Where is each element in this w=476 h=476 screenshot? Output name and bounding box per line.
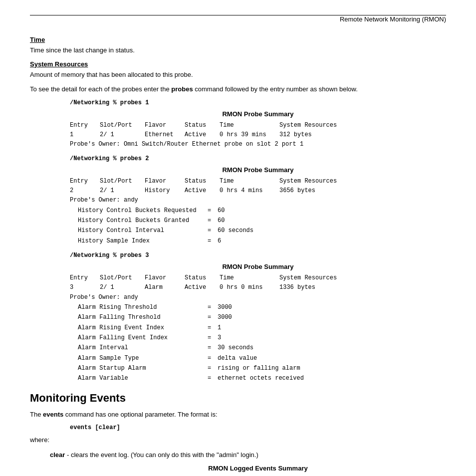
- sysres-heading: System Resources: [30, 60, 446, 68]
- probe2-status: Active: [185, 186, 220, 196]
- probe2-detail-row: History Control Buckets Requested=60: [78, 206, 446, 216]
- probe1-data-row: 1 2/ 1 Ethernet Active 0 hrs 39 mins 312…: [70, 130, 446, 140]
- probe3-detail-row: Alarm Rising Event Index=1: [78, 323, 446, 333]
- probe2-owner: Probe's Owner: andy: [70, 196, 138, 205]
- probe2-sysres: 3656 bytes: [279, 186, 315, 196]
- probe1-status: Active: [185, 130, 220, 140]
- probe1-sysres: 312 bytes: [279, 130, 312, 140]
- probe3-col-entry-hdr: Entry: [70, 273, 100, 283]
- probe2-command: /Networking % probes 2: [70, 155, 446, 162]
- probe1-col-flavor-hdr: Flavor: [145, 121, 185, 130]
- probe2-owner-row: Probe's Owner: andy: [70, 196, 446, 205]
- probe2-detail-row: History Sample Index=6: [78, 236, 446, 246]
- probe3-slotport: 2/ 1: [100, 283, 145, 292]
- probe2-col-status-hdr: Status: [185, 177, 220, 186]
- probe2-mono-table: Entry Slot/Port Flavor Status Time Syste…: [70, 177, 446, 246]
- probe2-header-row: Entry Slot/Port Flavor Status Time Syste…: [70, 177, 446, 186]
- probe2-col-time-hdr: Time: [220, 177, 279, 186]
- probe3-sysres: 1336 bytes: [279, 283, 315, 292]
- probe2-col-entry-hdr: Entry: [70, 177, 100, 186]
- probe1-flavor: Ethernet: [145, 130, 185, 140]
- monitoring-events-heading: Monitoring Events: [30, 392, 446, 405]
- probe1-table-title: RMON Probe Summary: [70, 110, 446, 118]
- probe3-status: Active: [185, 283, 220, 292]
- probe-intro-text: To see the detail for each of the probes…: [30, 84, 446, 94]
- probe1-mono-table: Entry Slot/Port Flavor Status Time Syste…: [70, 121, 446, 150]
- events-intro-text: The events command has one optional para…: [30, 410, 446, 420]
- probe3-col-sysres-hdr: System Resources: [279, 273, 337, 283]
- events-table: RMON Logged Events Summary Entry Time De…: [70, 465, 446, 476]
- probe3-detail-row: Alarm Sample Type=delta value: [78, 353, 446, 363]
- probe2-data-row: 2 2/ 1 History Active 0 hrs 4 mins 3656 …: [70, 186, 446, 196]
- probe3-col-time-hdr: Time: [220, 273, 279, 283]
- probe1-owner: Probe's Owner: Omni Switch/Router Ethern…: [70, 140, 303, 149]
- probe1-owner-row: Probe's Owner: Omni Switch/Router Ethern…: [70, 140, 446, 149]
- probe3-detail-row: Alarm Startup Alarm=rising or falling al…: [78, 363, 446, 373]
- clear-definition: clear - clears the event log. (You can o…: [50, 450, 446, 460]
- probe2-detail-row: History Control Buckets Granted=60: [78, 216, 446, 226]
- where-label: where:: [30, 435, 446, 445]
- probe2-slotport: 2/ 1: [100, 186, 145, 196]
- probe2-table: RMON Probe Summary Entry Slot/Port Flavo…: [70, 166, 446, 246]
- time-heading: Time: [30, 36, 446, 43]
- probe1-table: RMON Probe Summary Entry Slot/Port Flavo…: [70, 110, 446, 150]
- probe3-data-row: 3 2/ 1 Alarm Active 0 hrs 0 mins 1336 by…: [70, 283, 446, 292]
- probe3-flavor: Alarm: [145, 283, 185, 292]
- time-section: Time Time since the last change in statu…: [30, 36, 446, 55]
- probe3-mono-table: Entry Slot/Port Flavor Status Time Syste…: [70, 273, 446, 384]
- probe1-col-slotport-hdr: Slot/Port: [100, 121, 145, 130]
- probe1-time: 0 hrs 39 mins: [220, 130, 279, 140]
- header-title: Remote Network Monitoring (RMON): [340, 15, 446, 23]
- probe3-detail-row: Alarm Variable=ethernet octets received: [78, 373, 446, 383]
- probe2-detail-row: History Control Interval=60 seconds: [78, 226, 446, 236]
- probe3-detail-row: Alarm Falling Threshold=3000: [78, 312, 446, 322]
- probe3-detail-row: Alarm Falling Event Index=3: [78, 333, 446, 343]
- probe3-table-title: RMON Probe Summary: [70, 263, 446, 270]
- probe2-table-title: RMON Probe Summary: [70, 166, 446, 174]
- probe3-col-slotport-hdr: Slot/Port: [100, 273, 145, 283]
- probe2-entry: 2: [70, 186, 100, 196]
- probe3-col-status-hdr: Status: [185, 273, 220, 283]
- probe2-details: History Control Buckets Requested=60Hist…: [78, 206, 446, 246]
- probe3-detail-row: Alarm Rising Threshold=3000: [78, 302, 446, 312]
- probe1-col-entry-hdr: Entry: [70, 121, 100, 130]
- probe3-entry: 3: [70, 283, 100, 292]
- probe3-time: 0 hrs 0 mins: [220, 283, 279, 292]
- probe3-details: Alarm Rising Threshold=3000Alarm Falling…: [78, 302, 446, 384]
- time-desc: Time since the last change in status.: [30, 45, 446, 55]
- probe1-col-sysres-hdr: System Resources: [279, 121, 337, 130]
- probe1-col-time-hdr: Time: [220, 121, 279, 130]
- probe1-header-row: Entry Slot/Port Flavor Status Time Syste…: [70, 121, 446, 130]
- sysres-section: System Resources Amount of memory that h…: [30, 60, 446, 80]
- probe1-command: /Networking % probes 1: [70, 99, 446, 106]
- probe3-detail-row: Alarm Interval=30 seconds: [78, 343, 446, 353]
- events-command: events [clear]: [70, 424, 446, 431]
- events-table-title: RMON Logged Events Summary: [70, 465, 446, 472]
- sysres-desc: Amount of memory that has been allocated…: [30, 70, 446, 80]
- page-header: Remote Network Monitoring (RMON): [30, 15, 446, 28]
- probe1-entry: 1: [70, 130, 100, 140]
- probe2-col-flavor-hdr: Flavor: [145, 177, 185, 186]
- probe2-flavor: History: [145, 186, 185, 196]
- probe2-col-sysres-hdr: System Resources: [279, 177, 337, 186]
- probe3-table: RMON Probe Summary Entry Slot/Port Flavo…: [70, 263, 446, 384]
- probe3-header-row: Entry Slot/Port Flavor Status Time Syste…: [70, 273, 446, 283]
- probe1-col-status-hdr: Status: [185, 121, 220, 130]
- probe3-owner-row: Probe's Owner: andy: [70, 293, 446, 302]
- probe1-slotport: 2/ 1: [100, 130, 145, 140]
- probe3-col-flavor-hdr: Flavor: [145, 273, 185, 283]
- probe2-col-slotport-hdr: Slot/Port: [100, 177, 145, 186]
- probe3-owner: Probe's Owner: andy: [70, 293, 138, 302]
- probe3-command: /Networking % probes 3: [70, 252, 446, 259]
- probe2-time: 0 hrs 4 mins: [220, 186, 279, 196]
